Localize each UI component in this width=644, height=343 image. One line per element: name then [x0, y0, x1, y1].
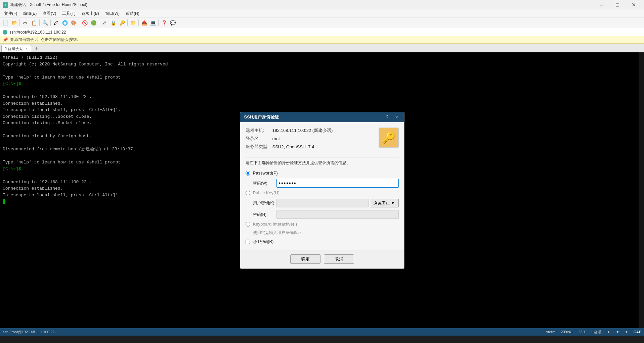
infobar: 📌 要添加当前会话, 点击左侧的箭头按钮. — [0, 36, 644, 44]
toolbar-separator-2 — [39, 19, 40, 26]
statusbar-sessions: 1 会话 — [591, 330, 601, 335]
menu-file[interactable]: 文件(F) — [1, 10, 20, 17]
ssh-auth-dialog: SSH用户身份验证 ? × 远程主机: 192.168.111.100:22 (… — [240, 112, 404, 269]
maximize-button[interactable]: □ — [610, 0, 625, 10]
tab-new-session[interactable]: 1新建会话 × — [1, 45, 31, 52]
keyboard-radio[interactable] — [246, 222, 250, 227]
tab-label: 1新建会话 — [5, 46, 24, 52]
ok-button[interactable]: 确定 — [290, 254, 320, 264]
cut-button[interactable]: ✂ — [21, 19, 29, 27]
toolbar-separator-7 — [138, 19, 139, 26]
tab-add-button[interactable]: + — [33, 45, 40, 52]
toolbar-separator-4 — [79, 19, 79, 26]
password-radio[interactable] — [246, 171, 250, 176]
password-label: 密码(W): — [253, 181, 276, 186]
open-button[interactable]: 📂 — [10, 19, 18, 27]
passphrase-input[interactable] — [276, 210, 399, 219]
password-input[interactable] — [276, 179, 399, 188]
toolbar-separator-8 — [158, 19, 159, 26]
tabbar: 1新建会话 × + — [0, 44, 644, 52]
keyboard-option-row: Keyboard Interactive(I) — [246, 222, 399, 227]
remote-host-value: 192.168.111.100:22 (新建会话) — [272, 128, 333, 134]
user-key-field-row: 用户密钥(K): 浏览(B)... ▼ — [253, 199, 399, 207]
toolbar-btn-maximize[interactable]: ⤢ — [100, 19, 109, 27]
dropdown-icon: ▼ — [391, 201, 395, 205]
toolbar-btn-color[interactable]: 🎨 — [70, 19, 78, 27]
menu-help[interactable]: 帮助(H) — [123, 10, 142, 17]
toolbar-btn-help[interactable]: ❓ — [160, 19, 168, 27]
statusbar: ssh://root@192.168.111.100:22 xterm 209x… — [0, 328, 644, 336]
toolbar-btn-transfer[interactable]: 📤 — [140, 19, 148, 27]
dialog-title: SSH用户身份验证 — [244, 114, 280, 120]
keyboard-desc: 使用键盘输入用户身份验证。 — [253, 230, 399, 236]
statusbar-cursor: 23,1 — [578, 330, 585, 334]
statusbar-terminal-type: xterm — [546, 330, 556, 334]
remember-label[interactable]: 记住密码(R) — [252, 239, 274, 245]
titlebar: X 新建会话 - Xshell 7 (Free for Home/School)… — [0, 0, 644, 10]
passphrase-field-row: 密码(H): — [253, 210, 399, 219]
toolbar-separator-1 — [19, 19, 20, 26]
menu-tabs[interactable]: 选项卡(B) — [79, 10, 102, 17]
user-key-input-group: 浏览(B)... ▼ — [276, 199, 399, 207]
minimize-button[interactable]: – — [594, 0, 609, 10]
cancel-button[interactable]: 取消 — [324, 254, 354, 264]
toolbar-btn-green[interactable]: 🟢 — [89, 19, 97, 27]
toolbar-separator-5 — [99, 19, 99, 26]
toolbar-btn-globe[interactable]: 🌐 — [61, 19, 69, 27]
remember-password-row: 记住密码(R) — [246, 239, 399, 245]
toolbar-btn-stop[interactable]: 🚫 — [81, 19, 89, 27]
new-session-button[interactable]: 📄 — [1, 19, 9, 27]
statusbar-cap: CAP — [634, 330, 641, 334]
copy-button[interactable]: 📋 — [30, 19, 38, 27]
user-key-label: 用户密钥(K): — [253, 200, 276, 206]
server-type-label: 服务器类型: — [246, 144, 272, 150]
infobar-text: 要添加当前会话, 点击左侧的箭头按钮. — [10, 37, 78, 43]
menu-tools[interactable]: 工具(T) — [59, 10, 78, 17]
statusbar-down-arrow: ▼ — [616, 330, 619, 334]
statusbar-star: ★ — [625, 330, 628, 334]
password-option-label[interactable]: Password(P) — [253, 170, 278, 176]
pubkey-option-label[interactable]: Public Key(U) — [253, 190, 280, 195]
statusbar-up-arrow: ▲ — [607, 330, 610, 334]
close-button[interactable]: ✕ — [626, 0, 641, 10]
passphrase-label: 密码(H): — [253, 212, 276, 217]
user-key-input[interactable] — [276, 199, 369, 207]
tab-close-button[interactable]: × — [26, 47, 28, 51]
toolbar-btn-folder[interactable]: 📁 — [129, 19, 137, 27]
server-type-row: 服务器类型: SSH2, OpenSSH_7.4 — [246, 144, 373, 150]
dialog-avatar: 🔑 — [379, 128, 399, 148]
dialog-content: 远程主机: 192.168.111.100:22 (新建会话) 登录名: roo… — [240, 122, 404, 250]
server-type-value: SSH2, OpenSSH_7.4 — [272, 144, 314, 149]
dialog-close-button[interactable]: × — [393, 114, 400, 120]
toolbar-btn-key[interactable]: 🔑 — [118, 19, 126, 27]
statusbar-dimensions: 209x41 — [561, 330, 573, 334]
window-title: 新建会话 - Xshell 7 (Free for Home/School) — [10, 2, 87, 8]
pubkey-radio[interactable] — [246, 191, 250, 195]
toolbar-btn-lock[interactable]: 🔒 — [109, 19, 117, 27]
remote-host-row: 远程主机: 192.168.111.100:22 (新建会话) — [246, 128, 373, 134]
keyboard-option-label[interactable]: Keyboard Interactive(I) — [253, 222, 297, 227]
window-controls: – □ ✕ — [594, 0, 641, 10]
dialog-info-section: 远程主机: 192.168.111.100:22 (新建会话) 登录名: roo… — [246, 128, 399, 152]
browse-button[interactable]: 浏览(B)... ▼ — [370, 199, 399, 207]
toolbar-btn-msg[interactable]: 💬 — [169, 19, 177, 27]
toolbar: 📄 📂 ✂ 📋 🔍 🖊 🌐 🎨 🚫 🟢 ⤢ 🔒 🔑 📁 📤 💻 ❓ 💬 — [0, 17, 644, 28]
dialog-instruction: 请在下面选择恰当的身份验证方法并提供登录所需的信息。 — [246, 160, 399, 166]
remember-checkbox[interactable] — [246, 240, 250, 244]
toolbar-btn-terminal[interactable]: 💻 — [149, 19, 157, 27]
toolbar-btn-compose[interactable]: 🖊 — [52, 19, 60, 27]
statusbar-right: xterm 209x41 23,1 1 会话 ▲ ▼ ★ CAP — [546, 330, 641, 335]
menu-view[interactable]: 查看(V) — [40, 10, 59, 17]
toolbar-separator-3 — [50, 19, 51, 26]
menu-window[interactable]: 窗口(W) — [102, 10, 122, 17]
menubar: 文件(F) 编辑(E) 查看(V) 工具(T) 选项卡(B) 窗口(W) 帮助(… — [0, 10, 644, 17]
modal-overlay: SSH用户身份验证 ? × 远程主机: 192.168.111.100:22 (… — [0, 52, 644, 328]
dialog-divider-1 — [246, 157, 399, 157]
dialog-help-button[interactable]: ? — [384, 114, 391, 120]
menu-edit[interactable]: 编辑(E) — [20, 10, 39, 17]
remote-host-label: 远程主机: — [246, 128, 272, 134]
dialog-buttons: 确定 取消 — [240, 250, 404, 268]
login-value: root — [272, 136, 280, 141]
login-label: 登录名: — [246, 136, 272, 142]
find-button[interactable]: 🔍 — [41, 19, 49, 27]
